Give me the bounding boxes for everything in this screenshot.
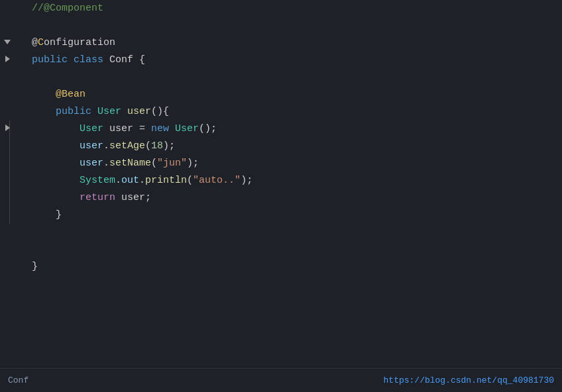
token: );	[163, 138, 175, 155]
code-line-3: @Configuration	[32, 34, 562, 52]
status-left-label: Conf	[8, 375, 28, 385]
token: class	[74, 52, 103, 69]
token: C	[38, 34, 44, 52]
token	[32, 103, 56, 121]
code-line-12: return user;	[32, 189, 562, 207]
gutter	[0, 0, 25, 368]
token	[32, 121, 80, 138]
code-line-14	[32, 224, 562, 241]
token	[68, 52, 74, 69]
token: .	[103, 155, 109, 172]
token: (){	[151, 103, 169, 121]
token	[32, 86, 56, 103]
token: user	[80, 138, 103, 155]
token	[32, 189, 80, 207]
token: user;	[115, 189, 151, 207]
code-line-9: user . setAge ( 18 );	[32, 138, 562, 155]
editor-area: //@Component @Configuration public class…	[0, 0, 562, 368]
token	[32, 172, 80, 189]
token: User	[97, 103, 121, 121]
code-line-2	[32, 17, 562, 34]
code-content: //@Component @Configuration public class…	[25, 0, 562, 368]
code-line-15	[32, 241, 562, 258]
code-line-10: user . setName ( "jun" );	[32, 155, 562, 172]
fold-vertical-line	[9, 121, 10, 224]
token: @	[32, 34, 38, 52]
token: .	[103, 138, 109, 155]
status-right-label: https://blog.csdn.net/qq_40981730	[384, 375, 554, 385]
token	[91, 103, 97, 121]
token	[169, 121, 175, 138]
status-bar: Conf https://blog.csdn.net/qq_40981730	[0, 368, 562, 392]
token: (	[145, 138, 151, 155]
code-line-8: User user = new User ();	[32, 121, 562, 138]
token: onfiguration	[44, 34, 115, 52]
token: (	[187, 172, 193, 189]
token	[32, 138, 80, 155]
code-line-4: public class Conf {	[32, 52, 562, 69]
token: setAge	[109, 138, 145, 155]
code-line-1: //@Component	[32, 0, 562, 17]
token	[32, 155, 80, 172]
code-line-13: }	[32, 207, 562, 224]
token	[121, 103, 127, 121]
token: }	[32, 207, 62, 224]
token: new	[151, 121, 169, 138]
token: (	[151, 155, 157, 172]
token: }	[32, 258, 38, 275]
code-line-16: }	[32, 258, 562, 275]
token: @Bean	[56, 86, 85, 103]
token: Conf {	[103, 52, 145, 69]
token: User	[175, 121, 199, 138]
token: public	[56, 103, 91, 121]
token: System	[80, 172, 115, 189]
token: ();	[199, 121, 217, 138]
token: user	[127, 103, 151, 121]
token: user =	[103, 121, 151, 138]
fold-right-icon[interactable]	[3, 52, 12, 66]
token: println	[145, 172, 187, 189]
token: .	[139, 172, 145, 189]
code-line-7: public User user (){	[32, 103, 562, 121]
code-line-11: System . out . println ( "auto.." );	[32, 172, 562, 189]
token: );	[187, 155, 199, 172]
fold-down-icon[interactable]	[3, 34, 12, 49]
token: user	[80, 155, 103, 172]
token: );	[241, 172, 253, 189]
token: //@Component	[32, 0, 103, 17]
token: .	[115, 172, 121, 189]
token: setName	[109, 155, 151, 172]
token: "jun"	[157, 155, 187, 172]
token: return	[80, 189, 115, 207]
code-line-6: @Bean	[32, 86, 562, 103]
token: User	[80, 121, 103, 138]
token: out	[121, 172, 139, 189]
fold-method-icon[interactable]	[3, 121, 12, 135]
token: public	[32, 52, 68, 69]
token: "auto.."	[193, 172, 241, 189]
token: 18	[151, 138, 163, 155]
code-line-5	[32, 69, 562, 86]
